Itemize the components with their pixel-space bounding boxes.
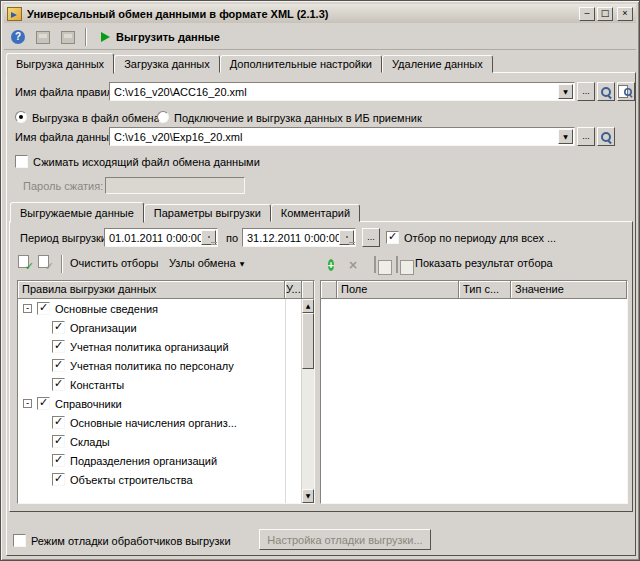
tab-import-data[interactable]: Загрузка данных [114, 55, 220, 73]
filter-table-body[interactable] [321, 299, 627, 503]
tab-exported-data[interactable]: Выгружаемые данные [10, 202, 144, 223]
period-from-input[interactable]: 01.01.2011 0:00:00 [105, 232, 201, 244]
window-title: Универсальный обмен данными в формате XM… [27, 8, 579, 20]
uncheck-all-button[interactable]: ✓ [36, 254, 54, 272]
row-checkbox[interactable] [52, 454, 65, 467]
tab-additional-settings[interactable]: Дополнительные настройки [220, 55, 382, 73]
row-checkbox[interactable] [37, 397, 50, 410]
scrollbar-track[interactable] [302, 369, 314, 489]
scroll-up-icon[interactable]: ▲ [302, 299, 314, 313]
tree-row-label: Основные начисления организ... [70, 417, 237, 429]
tree-row[interactable]: - Справочники [18, 394, 301, 413]
title-bar: Универсальный обмен данными в формате XM… [4, 4, 636, 23]
show-filter-result-button[interactable]: Показать результат отбора [408, 253, 560, 273]
debug-settings-button: Настройка отладки выгрузки... [259, 529, 431, 550]
rules-file-input[interactable]: C:\v16_v20\ACC16_20.xml [110, 86, 558, 98]
tree-row-label: Учетная политика по персоналу [70, 360, 234, 372]
delete-icon: × [348, 258, 358, 272]
rules-file-browse-button[interactable]: ... [577, 82, 595, 101]
debug-mode-checkbox[interactable] [13, 534, 26, 547]
type-column-header: Тип с... [459, 281, 511, 299]
help-icon: ? [11, 30, 25, 44]
tab-comment[interactable]: Комментарий [271, 204, 360, 222]
rules-info-button[interactable] [617, 82, 635, 101]
app-icon [7, 7, 22, 21]
read-settings-button [32, 27, 54, 48]
row-checkbox[interactable] [52, 340, 65, 353]
tree-row-label: Подразделения организаций [70, 455, 217, 467]
row-checkbox[interactable] [52, 378, 65, 391]
vertical-scrollbar[interactable]: ▲ ▼ [301, 299, 314, 503]
main-tabs: Выгрузка данных Загрузка данных Дополнит… [6, 52, 493, 73]
data-file-dropdown-icon[interactable]: ▼ [558, 129, 573, 144]
maximize-button[interactable]: □ [597, 7, 613, 21]
tree-row[interactable]: Объекты строительства [18, 470, 301, 489]
period-settings-button[interactable]: ... [362, 228, 380, 247]
rules-table-header: Правила выгрузки данных У... [18, 281, 314, 299]
collapse-expander-icon[interactable]: - [23, 304, 32, 313]
row-checkbox[interactable] [52, 473, 65, 486]
scrollbar-thumb[interactable] [302, 313, 314, 369]
add-filter-button[interactable]: + [322, 255, 340, 273]
tree-row[interactable]: - Основные сведения [18, 299, 301, 318]
period-filter-checkbox[interactable] [386, 231, 399, 244]
filter-table-header: Поле Тип с... Значение [321, 281, 627, 299]
delete-filter-button: × [344, 255, 362, 273]
period-to-input[interactable]: 31.12.2011 0:00:00 [243, 232, 339, 244]
radio-export-to-file[interactable] [15, 111, 27, 123]
paste-filter-button [388, 255, 406, 273]
clear-filters-button[interactable]: Очистить отборы [63, 253, 165, 273]
copy-icon [374, 256, 376, 273]
exchange-nodes-label: Узлы обмена [169, 257, 236, 269]
calendar-icon [208, 236, 210, 238]
row-checkbox[interactable] [37, 302, 50, 315]
scroll-down-icon[interactable]: ▼ [302, 489, 314, 503]
tree-row[interactable]: Склады [18, 432, 301, 451]
run-export-button[interactable]: Выгрузить данные [93, 28, 228, 46]
tree-row[interactable]: Константы [18, 375, 301, 394]
export-tab-panel: Имя файла правил: C:\v16_v20\ACC16_20.xm… [6, 72, 636, 556]
chevron-down-icon: ▼ [240, 260, 245, 267]
password-value [106, 182, 114, 194]
collapse-expander-icon[interactable]: - [23, 399, 32, 408]
rules-tree: - Основные сведения Организации Учетная … [18, 299, 301, 503]
data-file-open-button[interactable] [597, 127, 615, 146]
help-button[interactable]: ? [7, 27, 29, 48]
rules-file-dropdown-icon[interactable]: ▼ [558, 84, 573, 99]
tree-row-label: Константы [70, 379, 124, 391]
tree-row[interactable]: Учетная политика по персоналу [18, 356, 301, 375]
minimize-button[interactable]: – [579, 7, 595, 21]
period-from-calendar-button[interactable] [201, 230, 216, 245]
exchange-nodes-button[interactable]: Узлы обмена ▼ [162, 253, 251, 273]
check-all-button[interactable]: ✓ [16, 254, 34, 272]
row-checkbox[interactable] [52, 416, 65, 429]
tab-export-data[interactable]: Выгрузка данных [6, 53, 114, 74]
check-all-icon: ✓ [25, 260, 34, 273]
row-checkbox[interactable] [52, 359, 65, 372]
document-magnifier-icon [623, 87, 633, 97]
exported-data-panel: Период выгрузки: 01.01.2011 0:00:00 по 3… [9, 221, 633, 512]
add-icon: + [328, 259, 334, 271]
tab-export-parameters[interactable]: Параметры выгрузки [144, 204, 271, 222]
period-label: Период выгрузки: [20, 232, 110, 244]
row-checkbox[interactable] [52, 435, 65, 448]
period-to-calendar-button[interactable] [339, 230, 354, 245]
radio-export-to-ib-label: Подключение и выгрузка данных в ИБ прием… [174, 112, 422, 124]
tab-delete-data[interactable]: Удаление данных [382, 55, 493, 73]
tree-row[interactable]: Основные начисления организ... [18, 413, 301, 432]
rules-column-header: Правила выгрузки данных [18, 281, 285, 299]
rules-file-open-button[interactable] [597, 82, 615, 101]
tree-row[interactable]: Подразделения организаций [18, 451, 301, 470]
close-button[interactable]: × [617, 7, 633, 21]
data-file-input[interactable]: C:\v16_v20\Exp16_20.xml [110, 131, 558, 143]
row-checkbox[interactable] [52, 321, 65, 334]
tree-row[interactable]: Учетная политика организаций [18, 337, 301, 356]
tree-row-label: Основные сведения [55, 303, 158, 315]
radio-export-to-ib[interactable] [157, 111, 169, 123]
compress-checkbox[interactable] [15, 155, 28, 168]
tree-row[interactable]: Организации [18, 318, 301, 337]
data-file-browse-button[interactable]: ... [577, 127, 595, 146]
uncheck-all-icon: ✓ [45, 260, 54, 273]
save-settings-icon [61, 31, 75, 44]
icon-column-header [321, 281, 337, 299]
